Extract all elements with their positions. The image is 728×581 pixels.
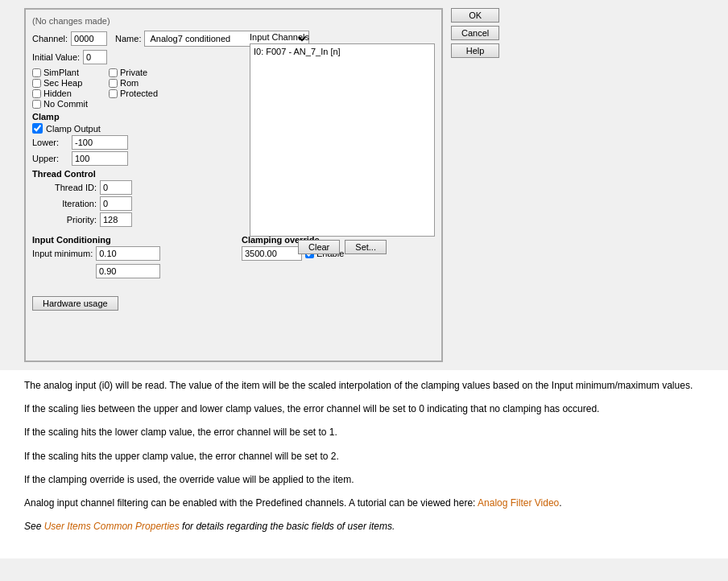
desc-paragraph-2: If the scaling lies between the upper an… <box>24 402 704 417</box>
hardware-usage-button[interactable]: Hardware usage <box>32 296 118 311</box>
channel-label: Channel: <box>32 34 68 43</box>
initial-value-input[interactable] <box>83 50 107 64</box>
rom-checkbox-row: Rom <box>109 78 173 88</box>
sec-heap-label: Sec Heap <box>43 78 82 88</box>
desc-text-4: If the scaling hits the upper clamp valu… <box>24 451 339 462</box>
desc-paragraph-6: Analog input channel filtering can be en… <box>24 496 704 511</box>
thread-id-label: Thread ID: <box>32 183 97 192</box>
initial-value-label: Initial Value: <box>32 52 80 62</box>
lower-input[interactable] <box>72 135 128 150</box>
main-dialog: (No changes made) Channel: Name: Analog7… <box>24 8 443 362</box>
iteration-input[interactable] <box>100 196 132 211</box>
upper-input[interactable] <box>72 151 128 166</box>
sim-plant-checkbox[interactable] <box>32 68 41 77</box>
input-conditioning-section: Input Conditioning Input minimum: <box>32 232 225 282</box>
user-items-link[interactable]: User Items Common Properties <box>44 521 180 532</box>
protected-checkbox-row: Protected <box>109 89 173 98</box>
sim-plant-checkbox-row: SimPlant <box>32 68 109 77</box>
channels-buttons: Clear Set... <box>250 240 435 254</box>
upper-label: Upper: <box>32 154 68 163</box>
clamp-output-checkbox[interactable] <box>32 123 43 134</box>
private-checkbox-row: Private <box>109 68 173 77</box>
list-item: I0: F007 - AN_7_In [n] <box>252 46 432 57</box>
set-button[interactable]: Set... <box>345 240 387 254</box>
desc-text-5: If the clamping override is used, the ov… <box>24 474 354 485</box>
private-label: Private <box>120 68 147 77</box>
desc-see-label: See <box>24 521 41 532</box>
dialog-action-buttons: OK Cancel Help <box>451 8 499 58</box>
no-commit-checkbox[interactable] <box>32 100 41 109</box>
lower-label: Lower: <box>32 138 68 147</box>
channels-list[interactable]: I0: F007 - AN_7_In [n] <box>250 43 435 237</box>
sec-heap-checkbox[interactable] <box>32 79 41 88</box>
no-commit-checkbox-row: No Commit <box>32 99 109 109</box>
input-min-row: Input minimum: <box>32 246 225 261</box>
clamp-output-label: Clamp Output <box>46 124 101 134</box>
input-min-label: Input minimum: <box>32 249 93 258</box>
hidden-checkbox[interactable] <box>32 89 41 98</box>
name-label: Name: <box>115 34 141 43</box>
protected-label: Protected <box>120 89 158 98</box>
input-second-input[interactable] <box>96 264 160 278</box>
private-checkbox[interactable] <box>109 68 118 77</box>
thread-id-input[interactable] <box>100 180 132 195</box>
desc-text-3: If the scaling hits the lower clamp valu… <box>24 426 337 438</box>
hardware-usage-row: Hardware usage <box>32 290 435 311</box>
dialog-area: (No changes made) Channel: Name: Analog7… <box>0 0 728 370</box>
sim-plant-label: SimPlant <box>43 68 79 77</box>
rom-label: Rom <box>120 78 139 88</box>
input-channels-label: Input Channels <box>250 32 435 42</box>
no-commit-label: No Commit <box>43 99 88 109</box>
sec-heap-checkbox-row: Sec Heap <box>32 78 109 88</box>
desc-paragraph-4: If the scaling hits the upper clamp valu… <box>24 449 704 464</box>
input-min-input[interactable] <box>96 246 160 261</box>
input-second-row <box>32 264 225 278</box>
desc-text-6: Analog input channel filtering can be en… <box>24 497 475 509</box>
protected-checkbox[interactable] <box>109 89 118 98</box>
desc-paragraph-7: See User Items Common Properties for det… <box>24 519 704 534</box>
channel-input[interactable] <box>71 31 107 46</box>
desc-text-2: If the scaling lies between the upper an… <box>24 403 599 414</box>
input-conditioning-title: Input Conditioning <box>32 235 225 245</box>
desc-text-1: The analog input (i0) will be read. The … <box>24 380 693 391</box>
iteration-label: Iteration: <box>32 199 97 208</box>
hidden-label: Hidden <box>43 89 72 98</box>
hidden-checkbox-row: Hidden <box>32 89 109 98</box>
priority-label: Priority: <box>32 215 97 225</box>
ok-button[interactable]: OK <box>451 8 499 23</box>
help-button[interactable]: Help <box>451 43 499 58</box>
no-changes-label: (No changes made) <box>32 16 435 26</box>
input-channels-section: Input Channels I0: F007 - AN_7_In [n] Cl… <box>250 32 435 254</box>
analog-filter-link[interactable]: Analog Filter Video <box>478 497 559 509</box>
desc-paragraph-5: If the clamping override is used, the ov… <box>24 472 704 488</box>
cancel-button[interactable]: Cancel <box>451 26 499 40</box>
rom-checkbox[interactable] <box>109 79 118 88</box>
page-wrapper: (No changes made) Channel: Name: Analog7… <box>0 0 728 558</box>
desc-paragraph-3: If the scaling hits the lower clamp valu… <box>24 425 704 440</box>
priority-input[interactable] <box>100 212 132 227</box>
desc-paragraph-1: The analog input (i0) will be read. The … <box>24 378 704 394</box>
clear-button[interactable]: Clear <box>298 240 340 254</box>
desc-text-7: for details regarding the basic fields o… <box>182 521 395 532</box>
description-area: The analog input (i0) will be read. The … <box>0 370 728 558</box>
